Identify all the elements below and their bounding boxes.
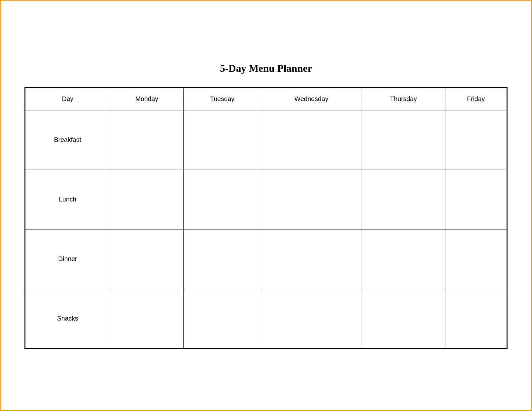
cell-snacks-4[interactable] [445,289,507,348]
table-row: Breakfast [25,110,507,170]
meal-label-lunch: Lunch [25,170,110,229]
cell-lunch-0[interactable] [110,170,183,229]
col-header-wednesday: Wednesday [261,88,362,110]
cell-lunch-3[interactable] [362,170,445,229]
cell-dinner-0[interactable] [110,229,183,289]
cell-dinner-3[interactable] [362,229,445,289]
meal-label-snacks: Snacks [25,289,110,348]
col-header-tuesday: Tuesday [184,88,261,110]
page-title: 5-Day Menu Planner [24,62,508,74]
cell-lunch-1[interactable] [184,170,261,229]
cell-snacks-2[interactable] [261,289,362,348]
meal-label-dinner: Dinner [25,229,110,289]
cell-dinner-1[interactable] [184,229,261,289]
cell-snacks-0[interactable] [110,289,183,348]
cell-breakfast-1[interactable] [184,110,261,170]
cell-snacks-3[interactable] [362,289,445,348]
table-row: Dinner [25,229,507,289]
meal-label-breakfast: Breakfast [25,110,110,170]
table-row: Snacks [25,289,507,348]
cell-dinner-2[interactable] [261,229,362,289]
cell-lunch-2[interactable] [261,170,362,229]
cell-breakfast-0[interactable] [110,110,183,170]
planner-table: Day Monday Tuesday Wednesday Thursday Fr… [24,87,508,349]
col-header-friday: Friday [445,88,507,110]
cell-dinner-4[interactable] [445,229,507,289]
col-header-thursday: Thursday [362,88,445,110]
cell-breakfast-4[interactable] [445,110,507,170]
page-container: 5-Day Menu Planner Day Monday Tuesday We… [12,53,520,359]
cell-lunch-4[interactable] [445,170,507,229]
cell-breakfast-3[interactable] [362,110,445,170]
col-header-day: Day [25,88,110,110]
col-header-monday: Monday [110,88,183,110]
cell-breakfast-2[interactable] [261,110,362,170]
cell-snacks-1[interactable] [184,289,261,348]
header-row: Day Monday Tuesday Wednesday Thursday Fr… [25,88,507,110]
table-row: Lunch [25,170,507,229]
